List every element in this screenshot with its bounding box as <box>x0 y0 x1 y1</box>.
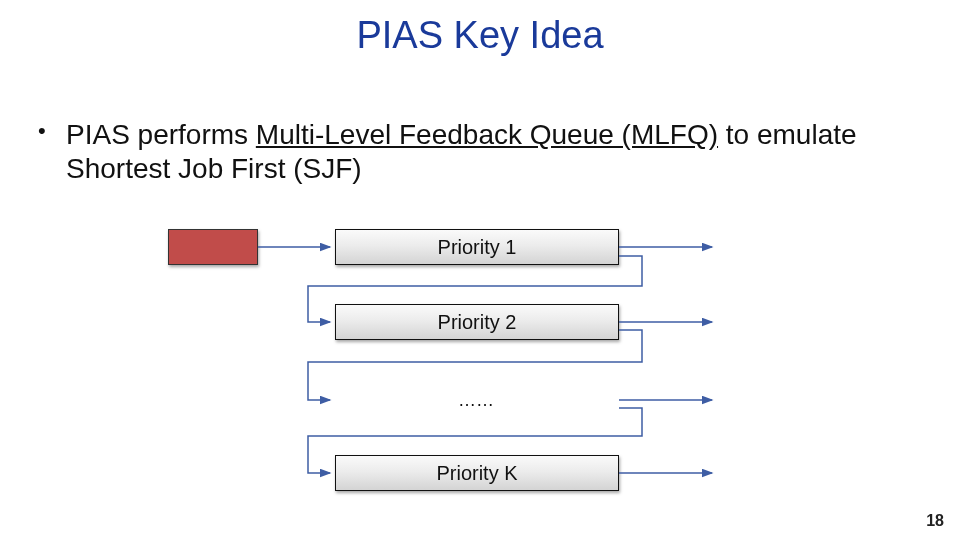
bullet-item: • PIAS performs Multi-Level Feedback Que… <box>38 118 920 185</box>
queue-ellipsis: …… <box>335 390 617 411</box>
slide-title: PIAS Key Idea <box>0 14 960 57</box>
slide: PIAS Key Idea • PIAS performs Multi-Leve… <box>0 0 960 540</box>
queue-priority-1: Priority 1 <box>335 229 619 265</box>
bullet-text: PIAS performs Multi-Level Feedback Queue… <box>66 118 920 185</box>
queue-priority-k: Priority K <box>335 455 619 491</box>
incoming-flow-box <box>168 229 258 265</box>
queue-priority-2: Priority 2 <box>335 304 619 340</box>
bullet-underlined: Multi-Level Feedback Queue (MLFQ) <box>256 119 718 150</box>
bullet-prefix: PIAS performs <box>66 119 256 150</box>
bullet-dot: • <box>38 118 46 144</box>
page-number: 18 <box>926 512 944 530</box>
